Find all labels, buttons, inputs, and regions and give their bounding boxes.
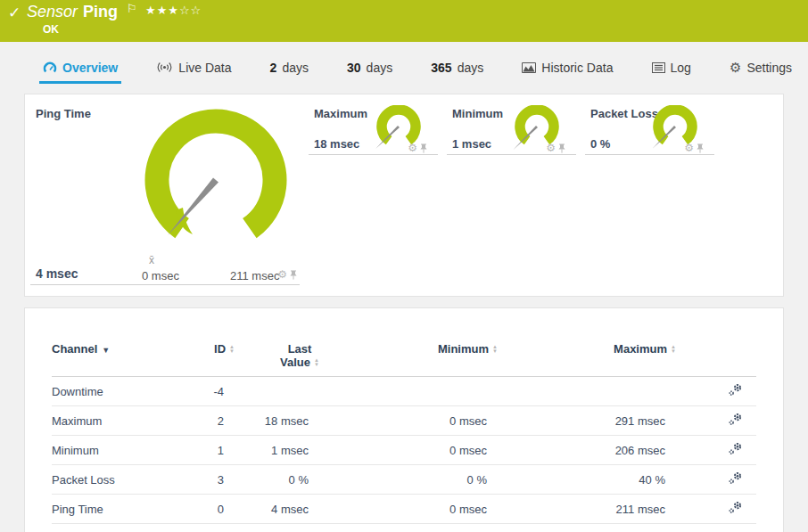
channel-settings-gears-icon[interactable] — [728, 383, 743, 397]
ok-check-icon: ✓ — [8, 4, 21, 22]
channel-id: 0 — [186, 503, 235, 516]
tab-settings[interactable]: ⚙ Settings — [726, 53, 796, 84]
pin-icon[interactable] — [420, 143, 427, 153]
channel-settings-gears-icon[interactable] — [728, 413, 743, 426]
channel-maximum: 40 % — [498, 473, 676, 487]
channel-maximum: 206 msec — [498, 444, 676, 457]
gauge-ping-time: Ping Time x̄ 0 msec 211 msec 4 msec ⚙ — [30, 100, 300, 285]
tab-30-days[interactable]: 30 days — [343, 53, 396, 84]
tab-label: Overview — [62, 61, 118, 75]
sensor-status-header: ✓ SensorPing ⚐ ★★★☆☆ OK — [0, 0, 808, 42]
sensor-title: SensorPing — [27, 3, 118, 21]
pin-icon[interactable] — [697, 143, 704, 153]
table-row[interactable]: Downtime -4 — [52, 377, 756, 406]
tab-bar: Overview Live Data 2 days 30 days 365 da… — [0, 42, 808, 85]
gauge-settings-gear-icon[interactable]: ⚙ — [277, 269, 287, 280]
gauge-settings-gear-icon[interactable]: ⚙ — [684, 143, 694, 153]
channel-settings-gears-icon[interactable] — [728, 501, 743, 514]
channel-id: 2 — [186, 414, 235, 428]
gauge-value: 0 % — [590, 137, 610, 151]
gear-icon: ⚙ — [730, 61, 741, 74]
gauge-settings-gear-icon[interactable]: ⚙ — [408, 143, 417, 153]
channel-maximum: 291 msec — [498, 414, 676, 428]
tab-number: 30 — [347, 61, 361, 75]
gauge-title: Minimum — [452, 107, 503, 120]
sort-icon: ▲▼ — [229, 345, 235, 354]
tab-overview[interactable]: Overview — [39, 53, 121, 84]
channel-id: 1 — [186, 444, 235, 457]
sort-icon: ▲▼ — [314, 358, 319, 367]
tab-label: Live Data — [178, 61, 231, 75]
channel-id: 3 — [186, 473, 235, 487]
header-label: Maximum — [614, 342, 667, 356]
channel-last-value: 4 msec — [235, 503, 319, 516]
channel-minimum: 0 msec — [319, 414, 498, 428]
table-row[interactable]: Maximum 2 18 msec 0 msec 291 msec — [52, 406, 756, 436]
gauge-settings-gear-icon[interactable]: ⚙ — [546, 143, 556, 153]
gauge-value: 18 msec — [314, 137, 359, 151]
table-row[interactable]: Ping Time 0 4 msec 0 msec 211 msec — [52, 495, 756, 524]
tab-2-days[interactable]: 2 days — [267, 53, 312, 84]
pin-icon[interactable] — [558, 143, 565, 153]
table-header-row: Channel▼ ID▲▼ Last Value▲▼ Minimum▲▼ Max… — [52, 342, 756, 377]
status-badge: OK — [43, 23, 59, 36]
chart-icon — [522, 62, 536, 73]
broadcast-icon — [156, 61, 173, 73]
column-header-minimum[interactable]: Minimum▲▼ — [319, 342, 498, 356]
header-label: Channel — [52, 342, 97, 356]
channel-name: Minimum — [52, 444, 186, 457]
sensor-name: Ping — [83, 3, 118, 20]
tab-live-data[interactable]: Live Data — [153, 53, 235, 84]
priority-stars[interactable]: ★★★☆☆ — [145, 4, 202, 17]
gauge-packet-loss: Packet Loss 0 % ⚙ — [585, 100, 714, 155]
tab-label: days — [458, 61, 484, 75]
channel-name: Packet Loss — [52, 473, 186, 487]
gauge-minimum: Minimum 1 msec ⚙ — [447, 100, 576, 155]
channels-table-panel: Channel▼ ID▲▼ Last Value▲▼ Minimum▲▼ Max… — [24, 307, 784, 532]
channel-name: Ping Time — [52, 503, 186, 516]
channel-settings-gears-icon[interactable] — [728, 471, 743, 485]
gauge-title: Ping Time — [36, 107, 91, 120]
gauge-icon — [43, 61, 57, 73]
tab-log[interactable]: Log — [648, 53, 695, 84]
channel-minimum: 0 msec — [319, 444, 498, 457]
sort-icon: ▲▼ — [671, 345, 676, 354]
pin-icon[interactable] — [290, 270, 297, 280]
tab-label: Log — [671, 61, 691, 75]
average-marker: x̄ — [149, 254, 154, 266]
channel-maximum: 211 msec — [498, 503, 676, 516]
table-row[interactable]: Minimum 1 1 msec 0 msec 206 msec — [52, 436, 756, 465]
channel-last-value: 0 % — [235, 473, 319, 487]
table-row[interactable]: Packet Loss 3 0 % 0 % 40 % — [52, 465, 756, 495]
column-header-maximum[interactable]: Maximum▲▼ — [498, 342, 676, 356]
tab-label: days — [367, 61, 393, 75]
column-header-id[interactable]: ID▲▼ — [186, 342, 235, 356]
ping-time-gauge-dial — [136, 105, 296, 250]
tab-365-days[interactable]: 365 days — [427, 53, 487, 84]
column-header-last-value[interactable]: Last Value▲▼ — [235, 342, 319, 369]
gauge-value: 4 msec — [36, 266, 78, 281]
channel-name: Maximum — [52, 414, 186, 428]
gauge-scale-min: 0 msec — [142, 269, 179, 282]
tab-label: Settings — [746, 61, 792, 75]
column-header-channel[interactable]: Channel▼ — [52, 342, 186, 356]
gauge-maximum: Maximum 18 msec ⚙ — [309, 100, 438, 155]
tab-historic-data[interactable]: Historic Data — [518, 53, 616, 84]
channel-settings-gears-icon[interactable] — [728, 442, 743, 455]
header-label: ID — [214, 342, 226, 356]
sensor-title-prefix: Sensor — [27, 3, 78, 20]
header-label: Last — [288, 342, 312, 356]
gauges-panel: Ping Time x̄ 0 msec 211 msec 4 msec ⚙ Ma… — [24, 94, 784, 297]
tab-label: Historic Data — [541, 61, 613, 75]
channel-minimum: 0 % — [319, 473, 498, 487]
channel-id: -4 — [186, 385, 235, 398]
sort-icon: ▲▼ — [492, 345, 498, 354]
channel-minimum: 0 msec — [319, 503, 498, 516]
header-label: Minimum — [438, 342, 489, 356]
tab-number: 2 — [270, 61, 277, 75]
flag-icon[interactable]: ⚐ — [127, 2, 137, 15]
tab-number: 365 — [431, 61, 451, 75]
log-icon — [652, 62, 665, 73]
gauge-scale-max: 211 msec — [230, 269, 279, 282]
channel-name: Downtime — [52, 385, 186, 398]
